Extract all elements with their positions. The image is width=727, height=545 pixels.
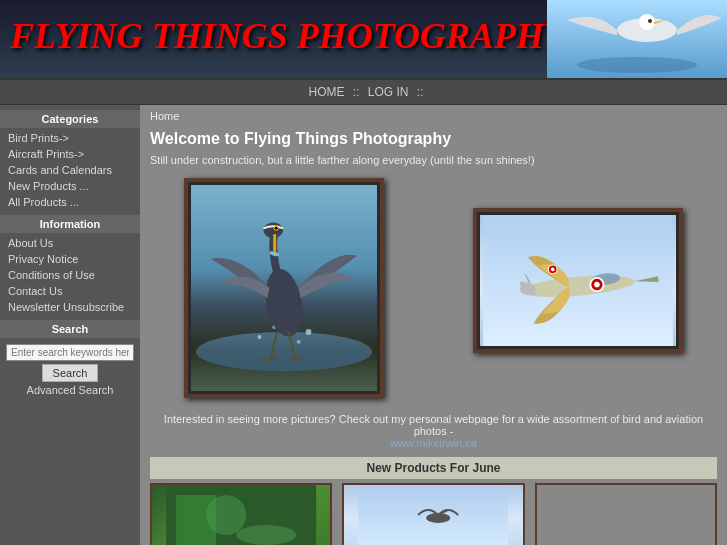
advanced-search-link[interactable]: Advanced Search [6,384,134,396]
interested-link[interactable]: www.mikeirwin.ca [390,437,477,449]
nav-login[interactable]: LOG IN [368,85,409,99]
sidebar-item-bird-prints[interactable]: Bird Prints-> [0,130,140,146]
new-product-2-svg [344,485,522,545]
bird-header-svg [547,0,727,80]
jet-svg [480,215,676,346]
heron-photo-frame [184,178,384,398]
search-section: Search Search Advanced Search [0,320,140,400]
main-content: Home Welcome to Flying Things Photograph… [140,105,727,545]
categories-section: Categories Bird Prints-> Aircraft Prints… [0,110,140,210]
svg-point-7 [258,335,262,339]
sidebar-item-cards-calendars[interactable]: Cards and Calendars [0,162,140,178]
sidebar-item-aircraft-prints[interactable]: Aircraft Prints-> [0,146,140,162]
svg-point-14 [275,227,278,230]
categories-title: Categories [0,110,140,128]
svg-point-3 [639,14,655,30]
search-title: Search [0,320,140,338]
sidebar-item-privacy[interactable]: Privacy Notice [0,251,140,267]
main-layout: Categories Bird Prints-> Aircraft Prints… [0,105,727,545]
new-products-bar: New Products For June [150,457,717,479]
nav-separator-2: :: [417,85,424,99]
new-product-1-svg [152,485,330,545]
search-box: Search Advanced Search [0,340,140,400]
svg-point-4 [648,19,652,23]
site-title: FLYING THINGS PHOTOGRAPHY [10,15,566,57]
new-products-grid [150,483,717,545]
heron-svg [191,185,377,391]
sidebar-item-contact[interactable]: Contact Us [0,283,140,299]
heron-photo [191,185,377,391]
sidebar-item-about-us[interactable]: About Us [0,235,140,251]
site-header: FLYING THINGS PHOTOGRAPHY [0,0,727,80]
information-section: Information About Us Privacy Notice Cond… [0,215,140,315]
jet-photo-frame [473,208,683,353]
new-product-thumb-3 [535,483,717,545]
interested-label: Interested in seeing more pictures? Chec… [164,413,703,437]
svg-point-12 [264,222,284,238]
svg-point-30 [236,525,296,545]
svg-point-10 [297,340,301,344]
sidebar-item-all-products[interactable]: All Products ... [0,194,140,210]
svg-point-6 [196,332,372,371]
search-button[interactable]: Search [42,364,99,382]
jet-photo [480,215,676,346]
new-product-thumb-2 [342,483,524,545]
interested-text: Interested in seeing more pictures? Chec… [150,413,717,449]
header-bird-image [547,0,727,80]
nav-separator-1: :: [353,85,363,99]
nav-home[interactable]: HOME [308,85,344,99]
sidebar-item-new-products[interactable]: New Products ... [0,178,140,194]
photo-grid [150,178,717,398]
breadcrumb: Home [150,110,717,122]
sidebar-item-newsletter[interactable]: Newsletter Unsubscribe [0,299,140,315]
svg-point-1 [577,57,697,73]
svg-point-29 [206,495,246,535]
welcome-title: Welcome to Flying Things Photography [150,130,717,148]
information-title: Information [0,215,140,233]
new-product-thumb-1 [150,483,332,545]
welcome-subtitle: Still under construction, but a little f… [150,154,717,166]
sidebar: Categories Bird Prints-> Aircraft Prints… [0,105,140,545]
sidebar-item-conditions[interactable]: Conditions of Use [0,267,140,283]
search-input[interactable] [6,344,134,361]
navigation-bar: HOME :: LOG IN :: [0,80,727,105]
svg-point-8 [306,329,312,335]
